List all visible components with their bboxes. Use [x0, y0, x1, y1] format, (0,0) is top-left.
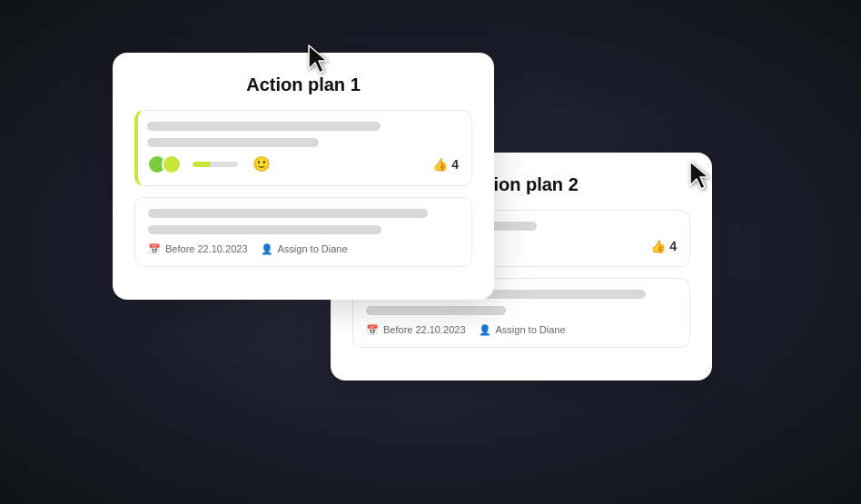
- card1-title: Action plan 1: [134, 74, 472, 95]
- smiley-icon: 🙂: [252, 155, 271, 173]
- svg-marker-0: [309, 45, 327, 73]
- date-label: Before 22.10.2023: [383, 324, 466, 335]
- skel-bar: [366, 306, 506, 315]
- calendar-icon: 📅: [148, 243, 161, 255]
- avatar-group: [147, 154, 176, 174]
- calendar-icon: 📅: [366, 324, 379, 336]
- card1-item-2: 📅 Before 22.10.2023 👤 Assign to Diane: [134, 197, 472, 267]
- like-count: 4: [451, 157, 459, 172]
- avatar: [162, 154, 182, 174]
- card1-item-1: 🙂 👍 4: [134, 110, 472, 186]
- skel-bar: [148, 209, 428, 218]
- assign-meta: 👤 Assign to Diane: [479, 324, 566, 336]
- thumb-icon: 👍: [432, 157, 448, 172]
- date-meta: 📅 Before 22.10.2023: [366, 324, 466, 336]
- action-plan-card-1: Action plan 1 🙂 👍 4: [113, 53, 494, 300]
- skel-bar: [147, 138, 319, 147]
- date-meta: 📅 Before 22.10.2023: [148, 243, 248, 255]
- like-count: 4: [669, 239, 677, 253]
- like-badge: 👍 4: [432, 157, 459, 172]
- assign-meta[interactable]: 👤 Assign to Diane: [261, 243, 348, 255]
- assign-label: Assign to Diane: [496, 324, 566, 335]
- progress-fill: [193, 162, 211, 167]
- svg-marker-1: [690, 162, 708, 189]
- thumb-icon: 👍: [650, 239, 666, 253]
- date-label: Before 22.10.2023: [165, 243, 248, 254]
- skel-bar: [148, 225, 381, 234]
- progress-bar: [193, 162, 238, 167]
- person-icon: 👤: [261, 243, 273, 255]
- skel-bar: [147, 122, 381, 131]
- assign-label: Assign to Diane: [278, 243, 348, 254]
- like-badge: 👍 4: [650, 239, 677, 253]
- person-icon: 👤: [479, 324, 491, 336]
